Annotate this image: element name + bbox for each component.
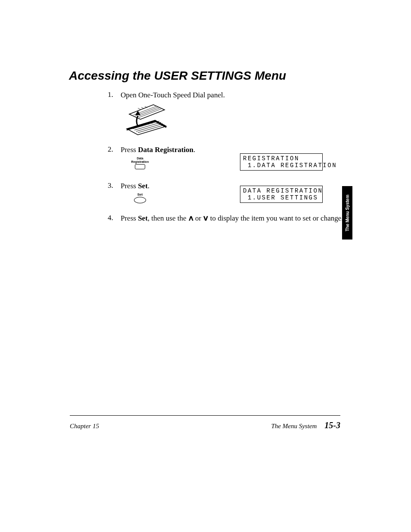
step-1: 1. Open One-Touch Speed Dial panel. — [108, 90, 349, 137]
lcd-display-2: DATA REGISTRATION 1.USER SETTINGS — [240, 186, 323, 203]
button-shape-ellipse — [134, 197, 146, 203]
button-label-line1: Data — [129, 157, 151, 160]
step-number: 4. — [108, 214, 121, 222]
step-text: Press Set, then use the ∧ or ∨ to displa… — [121, 214, 349, 224]
footer-right: The Menu System15-3 — [271, 420, 340, 430]
step-text: Open One-Touch Speed Dial panel. — [121, 90, 349, 100]
page: Accessing the USER SETTINGS Menu 1. Open… — [0, 0, 411, 532]
data-registration-button-icon: Data Registration — [129, 157, 151, 169]
down-arrow-icon: ∨ — [202, 214, 209, 224]
footer-chapter: Chapter 15 — [70, 423, 99, 430]
svg-marker-3 — [129, 105, 165, 119]
lcd-display-1: REGISTRATION 1.DATA REGISTRATION — [240, 153, 323, 171]
footer-page-number: 15-3 — [324, 420, 340, 430]
button-label: Set — [129, 193, 151, 196]
set-button-icon: Set — [129, 193, 151, 203]
speed-dial-panel-illustration — [125, 103, 349, 137]
page-heading: Accessing the USER SETTINGS Menu — [69, 69, 286, 83]
step-number: 2. — [108, 145, 121, 154]
button-label-line2: Registration — [129, 160, 151, 163]
footer-rule — [70, 415, 340, 416]
button-shape-rect — [135, 164, 145, 169]
up-arrow-icon: ∧ — [188, 214, 194, 224]
footer-section: The Menu System — [271, 423, 317, 429]
footer: Chapter 15 The Menu System15-3 — [70, 420, 340, 430]
step-number: 1. — [108, 90, 121, 99]
step-number: 3. — [108, 181, 121, 190]
side-tab: The Menu System — [342, 186, 352, 240]
step-4: 4. Press Set, then use the ∧ or ∨ to dis… — [108, 214, 349, 224]
